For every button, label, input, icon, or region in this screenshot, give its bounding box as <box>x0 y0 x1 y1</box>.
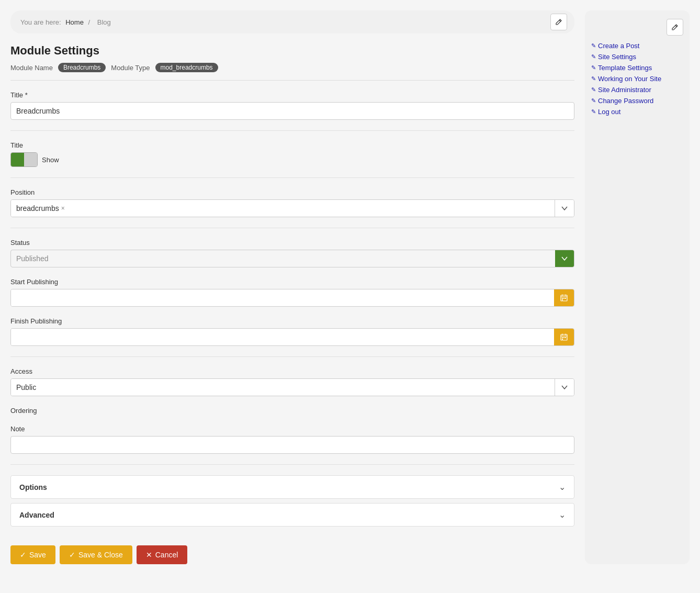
sidebar-item-log-out[interactable]: ✎ Log out <box>591 108 683 116</box>
position-clear-button[interactable]: × <box>61 205 65 212</box>
module-info-row: Module Name Breadcrumbs Module Type mod_… <box>10 63 574 81</box>
note-label: Note <box>10 425 574 433</box>
chevron-down-icon <box>561 385 568 389</box>
ordering-label: Ordering <box>10 407 574 415</box>
calendar-icon <box>560 333 568 341</box>
title-show-label: Title <box>10 141 574 149</box>
edit-small-icon: ✎ <box>591 86 596 93</box>
sidebar-item-working-on-site[interactable]: ✎ Working on Your Site <box>591 75 683 83</box>
title-field-label: Title * <box>10 91 574 99</box>
edit-small-icon: ✎ <box>591 53 596 60</box>
sidebar-link-change-password[interactable]: ✎ Change Password <box>591 97 683 105</box>
ordering-section: Ordering <box>10 407 574 415</box>
chevron-down-icon <box>561 206 568 210</box>
chevron-down-icon <box>561 256 568 261</box>
edit-icon <box>555 18 562 26</box>
position-select-wrapper: breadcrumbs × <box>10 199 574 217</box>
sidebar-item-change-password[interactable]: ✎ Change Password <box>591 97 683 105</box>
divider-4 <box>10 356 574 357</box>
title-toggle-section: Title Show <box>10 141 574 167</box>
breadcrumb-bar: You are here: Home / Blog <box>10 10 574 33</box>
svg-rect-8 <box>565 337 566 338</box>
breadcrumb-you-are-here: You are here: <box>20 18 61 26</box>
access-select-wrapper: Public Registered Special <box>10 378 574 396</box>
show-label: Show <box>42 156 59 164</box>
access-select[interactable]: Public Registered Special <box>11 379 555 396</box>
position-label: Position <box>10 188 574 196</box>
sidebar-link-template-settings[interactable]: ✎ Template Settings <box>591 64 683 72</box>
access-dropdown-button[interactable] <box>555 379 574 396</box>
sidebar-item-template-settings[interactable]: ✎ Template Settings <box>591 64 683 72</box>
edit-small-icon: ✎ <box>591 42 596 49</box>
save-check-icon: ✓ <box>20 551 26 559</box>
finish-publishing-calendar-button[interactable] <box>554 329 574 345</box>
status-select-wrapper: Published <box>10 250 574 267</box>
finish-publishing-wrapper <box>10 328 574 346</box>
advanced-title: Advanced <box>19 511 54 519</box>
save-button[interactable]: ✓ Save <box>10 545 55 564</box>
divider-1 <box>10 130 574 131</box>
status-label: Status <box>10 239 574 247</box>
status-dropdown-button[interactable] <box>555 250 574 267</box>
breadcrumb-edit-button[interactable] <box>550 14 567 30</box>
options-chevron-icon: ⌄ <box>559 482 566 492</box>
module-name-badge: Breadcrumbs <box>58 63 106 72</box>
start-publishing-section: Start Publishing <box>10 278 574 307</box>
position-tag: breadcrumbs × <box>11 200 555 217</box>
finish-publishing-input[interactable] <box>11 329 554 345</box>
status-section: Status Published <box>10 239 574 267</box>
cancel-x-icon: ✕ <box>146 551 152 559</box>
edit-small-icon: ✎ <box>591 64 596 71</box>
breadcrumb-home[interactable]: Home <box>65 18 84 26</box>
cancel-label: Cancel <box>155 551 178 559</box>
note-input[interactable] <box>10 436 574 454</box>
save-label: Save <box>29 551 46 559</box>
action-bar: ✓ Save ✓ Save & Close ✕ Cancel <box>10 537 574 564</box>
access-label: Access <box>10 367 574 375</box>
save-close-label: Save & Close <box>78 551 123 559</box>
start-publishing-calendar-button[interactable] <box>554 289 574 306</box>
advanced-chevron-icon: ⌄ <box>559 510 566 520</box>
position-dropdown-button[interactable] <box>555 200 574 217</box>
breadcrumb-text: You are here: Home / Blog <box>18 18 114 26</box>
cancel-button[interactable]: ✕ Cancel <box>137 545 188 564</box>
sidebar-link-log-out[interactable]: ✎ Log out <box>591 108 683 116</box>
edit-small-icon: ✎ <box>591 108 596 115</box>
divider-5 <box>10 464 574 465</box>
finish-publishing-label: Finish Publishing <box>10 317 574 325</box>
breadcrumb-current: Blog <box>97 18 111 26</box>
options-header[interactable]: Options ⌄ <box>11 476 574 498</box>
sidebar-item-site-administrator[interactable]: ✎ Site Administrator <box>591 86 683 94</box>
position-value: breadcrumbs <box>16 204 59 212</box>
start-publishing-label: Start Publishing <box>10 278 574 286</box>
svg-rect-7 <box>563 337 564 338</box>
svg-rect-4 <box>562 299 563 300</box>
module-type-label: Module Type <box>111 64 150 72</box>
start-publishing-wrapper <box>10 289 574 307</box>
save-close-button[interactable]: ✓ Save & Close <box>60 545 132 564</box>
sidebar-change-password-label: Change Password <box>598 97 653 105</box>
sidebar-edit-button[interactable] <box>667 19 683 36</box>
sidebar-link-working-on-site[interactable]: ✎ Working on Your Site <box>591 75 683 83</box>
sidebar-working-on-site-label: Working on Your Site <box>598 75 661 83</box>
title-input[interactable] <box>10 102 574 120</box>
options-title: Options <box>19 483 47 491</box>
advanced-section: Advanced ⌄ <box>10 503 574 527</box>
access-section: Access Public Registered Special <box>10 367 574 396</box>
edit-small-icon: ✎ <box>591 75 596 82</box>
sidebar-create-post-label: Create a Post <box>598 42 640 50</box>
sidebar-link-create-post[interactable]: ✎ Create a Post <box>591 42 683 50</box>
sidebar-link-site-settings[interactable]: ✎ Site Settings <box>591 53 683 61</box>
start-publishing-input[interactable] <box>11 289 554 306</box>
title-section: Title * <box>10 91 574 120</box>
sidebar-link-site-administrator[interactable]: ✎ Site Administrator <box>591 86 683 94</box>
advanced-header[interactable]: Advanced ⌄ <box>11 504 574 526</box>
divider-3 <box>10 228 574 228</box>
sidebar-item-create-post[interactable]: ✎ Create a Post <box>591 42 683 50</box>
sidebar-item-site-settings[interactable]: ✎ Site Settings <box>591 53 683 61</box>
svg-rect-2 <box>563 298 564 299</box>
title-toggle[interactable] <box>10 152 38 167</box>
svg-rect-9 <box>562 339 563 340</box>
toggle-on <box>11 153 24 166</box>
divider-2 <box>10 177 574 178</box>
